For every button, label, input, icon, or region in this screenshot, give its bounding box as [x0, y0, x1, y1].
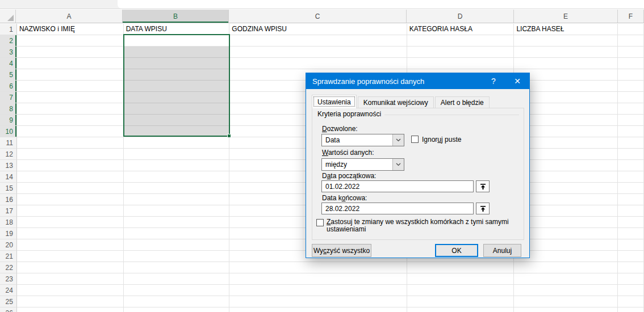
cell-B13[interactable] [124, 160, 230, 171]
cell-C23[interactable] [229, 273, 407, 285]
cell-F22[interactable] [618, 262, 644, 273]
cell-D25[interactable] [407, 296, 515, 307]
cell-E24[interactable] [514, 285, 618, 296]
cell-F15[interactable] [618, 183, 644, 194]
cell-A26[interactable] [17, 307, 124, 312]
row-header-21[interactable]: 21 [0, 251, 17, 262]
column-header-D[interactable]: D [407, 10, 514, 23]
ignore-blank-checkbox[interactable] [411, 136, 419, 143]
cell-A1[interactable]: NAZWISKO i IMIĘ [17, 24, 124, 35]
tab-ustawienia[interactable]: Ustawienia [312, 95, 357, 108]
apply-to-all-checkbox[interactable] [316, 219, 324, 226]
cell-A11[interactable] [17, 137, 124, 149]
cell-A12[interactable] [17, 149, 124, 160]
cell-B6[interactable] [124, 81, 230, 92]
row-header-3[interactable]: 3 [0, 47, 17, 58]
cell-B2[interactable] [124, 35, 230, 47]
cell-F16[interactable] [618, 194, 644, 205]
cell-F24[interactable] [618, 285, 644, 296]
start-date-collapse-button[interactable] [476, 180, 490, 192]
cell-D24[interactable] [407, 285, 515, 296]
cell-E25[interactable] [514, 296, 618, 307]
row-header-15[interactable]: 15 [0, 183, 17, 194]
row-header-6[interactable]: 6 [0, 81, 17, 92]
cell-A19[interactable] [17, 228, 124, 239]
cell-B1[interactable]: DATA WPISU [124, 24, 230, 35]
row-header-10[interactable]: 10 [0, 126, 17, 137]
row-header-14[interactable]: 14 [0, 171, 17, 183]
row-header-23[interactable]: 23 [0, 273, 17, 285]
row-header-7[interactable]: 7 [0, 92, 17, 103]
cell-F7[interactable] [618, 92, 644, 103]
cell-A24[interactable] [17, 285, 124, 296]
cell-B14[interactable] [124, 171, 230, 183]
row-header-22[interactable]: 22 [0, 262, 17, 273]
cell-D1[interactable]: KATEGORIA HASŁA [407, 24, 515, 35]
cell-A25[interactable] [17, 296, 124, 307]
cell-B3[interactable] [124, 47, 230, 58]
cell-B15[interactable] [124, 183, 230, 194]
cell-A15[interactable] [17, 183, 124, 194]
cell-F20[interactable] [618, 239, 644, 251]
cell-F18[interactable] [618, 217, 644, 228]
cell-A5[interactable] [17, 69, 124, 81]
cell-B23[interactable] [124, 273, 230, 285]
row-header-20[interactable]: 20 [0, 239, 17, 251]
cell-E4[interactable] [514, 58, 618, 69]
cell-A9[interactable] [17, 115, 124, 126]
row-header-19[interactable]: 19 [0, 228, 17, 239]
cell-F10[interactable] [618, 126, 644, 137]
cell-C4[interactable] [229, 58, 407, 69]
dialog-titlebar[interactable]: Sprawdzanie poprawności danych ? ✕ [306, 73, 529, 89]
cell-B24[interactable] [124, 285, 230, 296]
cell-B21[interactable] [124, 251, 230, 262]
cell-A17[interactable] [17, 205, 124, 217]
row-header-12[interactable]: 12 [0, 149, 17, 160]
cancel-button[interactable]: Anuluj [483, 244, 521, 257]
cell-B26[interactable] [124, 307, 230, 312]
cell-D22[interactable] [407, 262, 515, 273]
cell-A14[interactable] [17, 171, 124, 183]
cell-B10[interactable] [124, 126, 230, 137]
cell-A7[interactable] [17, 92, 124, 103]
cell-B5[interactable] [124, 69, 230, 81]
cell-B20[interactable] [124, 239, 230, 251]
row-header-25[interactable]: 25 [0, 296, 17, 307]
cell-C1[interactable]: GODZINA WPISU [229, 24, 407, 35]
allow-dropdown[interactable]: Data [321, 134, 404, 146]
cell-F26[interactable] [618, 307, 644, 312]
row-header-17[interactable]: 17 [0, 205, 17, 217]
row-header-16[interactable]: 16 [0, 194, 17, 205]
cell-F4[interactable] [618, 58, 644, 69]
cell-F5[interactable] [618, 69, 644, 81]
cell-B4[interactable] [124, 58, 230, 69]
cell-F9[interactable] [618, 115, 644, 126]
cell-C3[interactable] [229, 47, 407, 58]
allow-dropdown-button[interactable] [392, 134, 404, 146]
cell-B7[interactable] [124, 92, 230, 103]
cell-F8[interactable] [618, 103, 644, 115]
cell-C25[interactable] [229, 296, 407, 307]
cell-C24[interactable] [229, 285, 407, 296]
row-header-4[interactable]: 4 [0, 58, 17, 69]
cell-F2[interactable] [618, 35, 644, 47]
cell-C26[interactable] [229, 307, 407, 312]
cell-B12[interactable] [124, 149, 230, 160]
row-header-18[interactable]: 18 [0, 217, 17, 228]
cell-B8[interactable] [124, 103, 230, 115]
row-header-13[interactable]: 13 [0, 160, 17, 171]
cell-B11[interactable] [124, 137, 230, 149]
cell-E26[interactable] [514, 307, 618, 312]
cell-A8[interactable] [17, 103, 124, 115]
row-header-1[interactable]: 1 [0, 24, 17, 35]
cell-F12[interactable] [618, 149, 644, 160]
tab-komunikat-wejsciowy[interactable]: Komunikat wejściowy [358, 96, 434, 108]
cell-D26[interactable] [407, 307, 515, 312]
cell-A6[interactable] [17, 81, 124, 92]
cell-A21[interactable] [17, 251, 124, 262]
end-date-collapse-button[interactable] [476, 203, 490, 214]
cell-F19[interactable] [618, 228, 644, 239]
cell-D3[interactable] [407, 47, 515, 58]
row-header-2[interactable]: 2 [0, 35, 17, 47]
cell-E23[interactable] [514, 273, 618, 285]
